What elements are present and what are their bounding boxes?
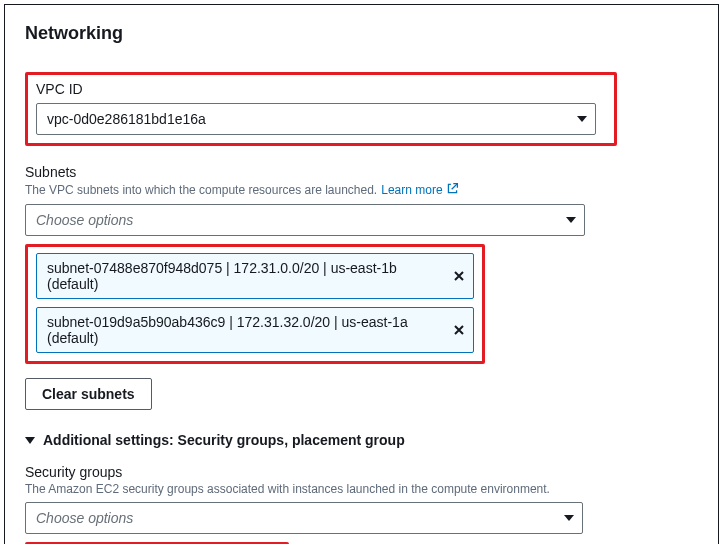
chevron-down-icon bbox=[564, 515, 574, 521]
remove-chip-icon[interactable] bbox=[453, 324, 465, 336]
vpc-select[interactable]: vpc-0d0e286181bd1e16a bbox=[36, 103, 596, 135]
security-groups-section: Security groups The Amazon EC2 security … bbox=[25, 464, 698, 544]
subnet-chip: subnet-019d9a5b90ab436c9 | 172.31.32.0/2… bbox=[36, 307, 474, 353]
chevron-down-icon bbox=[25, 437, 35, 444]
subnet-chip-label: subnet-019d9a5b90ab436c9 | 172.31.32.0/2… bbox=[47, 314, 443, 346]
security-groups-placeholder: Choose options bbox=[36, 510, 133, 526]
subnets-placeholder: Choose options bbox=[36, 212, 133, 228]
vpc-highlight: VPC ID vpc-0d0e286181bd1e16a bbox=[25, 72, 617, 146]
security-groups-select[interactable]: Choose options bbox=[25, 502, 583, 534]
subnets-learn-more-link[interactable]: Learn more bbox=[381, 182, 458, 198]
panel-title: Networking bbox=[25, 23, 698, 44]
subnets-label: Subnets bbox=[25, 164, 698, 180]
subnets-chips-highlight: subnet-07488e870f948d075 | 172.31.0.0/20… bbox=[25, 244, 485, 364]
chevron-down-icon bbox=[566, 217, 576, 223]
security-groups-help: The Amazon EC2 security groups associate… bbox=[25, 482, 698, 496]
vpc-selected-value: vpc-0d0e286181bd1e16a bbox=[47, 111, 206, 127]
security-groups-label: Security groups bbox=[25, 464, 698, 480]
external-link-icon bbox=[446, 182, 459, 198]
subnet-chip: subnet-07488e870f948d075 | 172.31.0.0/20… bbox=[36, 253, 474, 299]
remove-chip-icon[interactable] bbox=[453, 270, 465, 282]
chevron-down-icon bbox=[577, 116, 587, 122]
subnets-help: The VPC subnets into which the compute r… bbox=[25, 182, 698, 198]
vpc-label: VPC ID bbox=[36, 81, 606, 97]
networking-panel: Networking VPC ID vpc-0d0e286181bd1e16a … bbox=[4, 4, 719, 544]
subnets-chip-list: subnet-07488e870f948d075 | 172.31.0.0/20… bbox=[36, 253, 474, 353]
additional-settings-toggle[interactable]: Additional settings: Security groups, pl… bbox=[25, 432, 698, 448]
subnet-chip-label: subnet-07488e870f948d075 | 172.31.0.0/20… bbox=[47, 260, 443, 292]
subnets-select[interactable]: Choose options bbox=[25, 204, 585, 236]
clear-subnets-button[interactable]: Clear subnets bbox=[25, 378, 152, 410]
